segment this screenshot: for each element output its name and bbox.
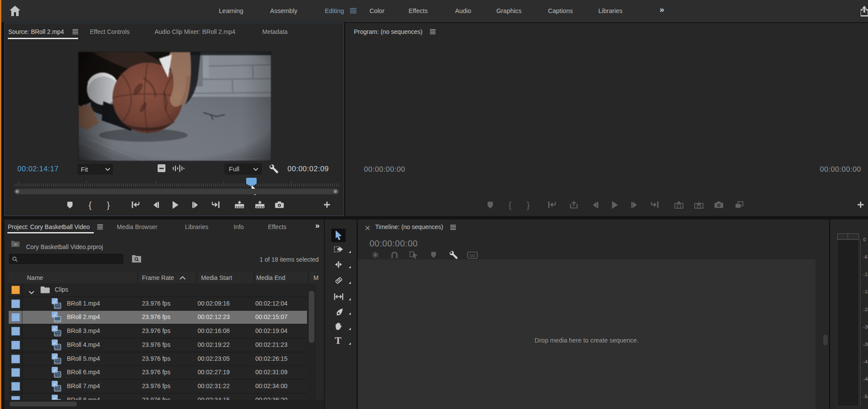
svg-text:CC: CC [470, 253, 475, 258]
